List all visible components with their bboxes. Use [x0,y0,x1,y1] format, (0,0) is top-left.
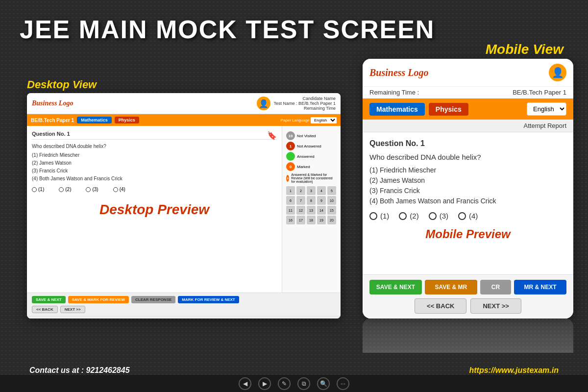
ctrl-search-btn[interactable]: 🔍 [317,377,330,390]
mobile-mr-next-btn[interactable]: MR & NEXT [514,280,566,294]
desktop-radio-2[interactable]: (2) [59,187,71,192]
mobile-save-next-btn[interactable]: SAVE & NEXT [369,280,422,294]
badge-answered [286,152,295,161]
desktop-header: Business Logo 👤 Candidate Name Test Name… [27,93,341,114]
mobile-radio-1[interactable]: (1) [369,212,389,220]
legend-answered: Answered [286,152,337,161]
mobile-radio-circle-1 [369,212,377,220]
desktop-sidebar: 19 Not Visited 1 Not Answered Answered 0… [282,126,341,293]
mobile-paper-info: BE/B.Tech Paper 1 [513,89,566,96]
q-btn-12[interactable]: 12 [296,206,305,215]
mobile-save-mr-btn[interactable]: SAVE & MR [425,280,477,294]
q-btn-18[interactable]: 18 [307,216,316,224]
mobile-radio-circle-2 [399,212,407,220]
legend-answered-label: Answered [297,154,315,159]
mobile-attempt-report: Attempt Report [363,120,573,132]
desktop-next-btn[interactable]: NEXT >> [60,306,85,313]
mobile-tab-physics[interactable]: Physics [429,103,468,116]
q-btn-17[interactable]: 17 [296,216,305,224]
contact-info: Contact us at : 9212462845 [29,366,130,375]
q-btn-8[interactable]: 8 [307,196,316,205]
q-btn-20[interactable]: 20 [327,216,336,224]
legend-marked-label: Marked [297,165,310,169]
desktop-footer: SAVE & NEXT SAVE & MARK FOR REVIEW CLEAR… [27,293,341,316]
q-btn-4[interactable]: 4 [317,186,326,195]
q-btn-16[interactable]: 16 [286,216,295,224]
desktop-preview-label: Desktop Preview [32,192,277,227]
badge-not-visited: 19 [286,131,295,140]
remaining-time-label: Remaining Time [273,106,336,111]
mobile-cr-btn[interactable]: CR [480,280,511,294]
desktop-tab-math[interactable]: Mathematics [77,117,112,123]
desktop-mark-next-btn[interactable]: MARK FOR REVIEW & NEXT [178,296,239,303]
q-btn-10[interactable]: 10 [327,196,336,205]
mobile-reflection [363,318,573,353]
q-btn-14[interactable]: 14 [317,206,326,215]
desktop-bottom-bar: Resume Later SUBMIT [27,316,341,318]
desktop-back-btn[interactable]: << BACK [32,306,58,313]
ctrl-next-btn[interactable]: ▶ [258,377,271,390]
status-legend: 19 Not Visited 1 Not Answered Answered 0… [286,131,337,183]
desktop-save-next-btn[interactable]: SAVE & NEXT [32,296,66,303]
desktop-question-text: Who described DNA double helix? [32,144,277,149]
mobile-logo: Business Logo [369,67,429,78]
mobile-language-select[interactable]: English [527,102,566,116]
desktop-radio-4[interactable]: (4) [113,187,125,192]
mobile-options-radio-row: (1) (2) (3) (4) [369,212,566,220]
desktop-tab-physics[interactable]: Physics [115,117,139,123]
desktop-logo: Business Logo [32,99,73,107]
legend-marked: 0 Marked [286,162,337,171]
desktop-paper-lang: Paper Language English [281,117,337,123]
ctrl-prev-btn[interactable]: ◀ [239,377,251,390]
radio-circle-4 [113,187,118,192]
legend-answered-marked: 0 Answered & Marked for Review (Will be … [286,173,337,183]
q-btn-9[interactable]: 9 [317,196,326,205]
mobile-radio-3[interactable]: (3) [429,212,448,220]
desktop-radio-3[interactable]: (3) [86,187,98,192]
q-btn-5[interactable]: 5 [327,186,336,195]
mobile-option-4: (4) Both James Watson and Francis Crick [369,197,566,205]
mobile-footer: SAVE & NEXT SAVE & MR CR MR & NEXT << BA… [363,274,573,318]
ctrl-edit-btn[interactable]: ✎ [278,377,291,390]
desktop-view-label: Desktop View [27,78,97,91]
desktop-nav-buttons: << BACK NEXT >> [32,306,336,313]
desktop-option-4: (4) Both James Watson and Francis Crick [32,175,277,182]
mobile-option-1: (1) Friedrich Miescher [369,166,566,174]
mobile-view-label: Mobile View [486,42,564,57]
mobile-preview-label: Mobile Preview [369,220,566,248]
mobile-question-number: Question No. 1 [369,139,566,148]
q-btn-2[interactable]: 2 [296,186,305,195]
q-btn-1[interactable]: 1 [286,186,295,195]
q-btn-13[interactable]: 13 [307,206,316,215]
ctrl-copy-btn[interactable]: ⧉ [297,377,310,390]
mobile-header: Business Logo 👤 [363,59,573,87]
desktop-save-mark-btn[interactable]: SAVE & MARK FOR REVIEW [68,296,129,303]
test-name: Test Name : BE/B.Tech Paper 1 [273,101,336,106]
q-btn-6[interactable]: 6 [286,196,295,205]
desktop-question-number: Question No. 1 🔖 [32,131,277,140]
desktop-clear-btn[interactable]: CLEAR RESPONSE [131,296,175,303]
q-btn-3[interactable]: 3 [307,186,316,195]
desktop-option-1: (1) Friedrich Miescher [32,152,277,158]
mobile-tab-math[interactable]: Mathematics [369,103,425,116]
bookmark-icon[interactable]: 🔖 [267,131,277,140]
radio-circle-1 [32,187,37,192]
mobile-back-btn[interactable]: << BACK [415,298,466,314]
desktop-nav-bar: BE/B.Tech Paper 1 Mathematics Physics Pa… [27,114,341,126]
ctrl-more-btn[interactable]: ··· [337,377,349,390]
desktop-action-buttons: SAVE & NEXT SAVE & MARK FOR REVIEW CLEAR… [32,296,336,303]
q-btn-19[interactable]: 19 [317,216,326,224]
desktop-language-select[interactable]: English [311,117,337,123]
q-btn-7[interactable]: 7 [296,196,305,205]
mobile-nav-buttons: << BACK NEXT >> [369,298,566,314]
q-btn-11[interactable]: 11 [286,206,295,215]
mobile-option-2: (2) James Watson [369,176,566,184]
paper-lang-label: Paper Language [281,118,310,122]
q-btn-15[interactable]: 15 [327,206,336,215]
mobile-radio-4[interactable]: (4) [458,212,478,220]
desktop-option-2: (2) James Watson [32,160,277,166]
desktop-radio-1[interactable]: (1) [32,187,44,192]
desktop-main-content: Question No. 1 🔖 Who described DNA doubl… [27,126,341,293]
mobile-radio-2[interactable]: (2) [399,212,418,220]
mobile-next-btn[interactable]: NEXT >> [470,298,521,314]
